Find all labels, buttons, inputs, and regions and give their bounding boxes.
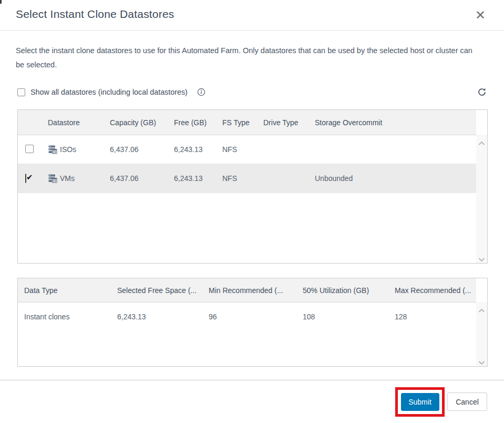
capacity-cell: 6,437.06 [110,145,174,154]
col-header-selected-free-space: Selected Free Space (... [111,286,202,295]
show-all-datastores-label[interactable]: Show all datastores (including local dat… [30,88,188,96]
capacity-cell: 6,437.06 [110,174,174,183]
col-header-free: Free (GB) [174,118,222,127]
vertical-scrollbar[interactable] [476,302,487,366]
fs-type-cell: NFS [222,174,263,183]
red-highlight-annotation: Submit [395,387,445,417]
show-all-datastores-checkbox[interactable] [17,88,25,96]
datastore-name-cell: ISOs [48,145,110,154]
col-header-drive-type: Drive Type [263,118,315,127]
recommendation-table-header: Data Type Selected Free Space (... Min R… [18,278,487,303]
header-scrollbar-gap [476,110,487,135]
vertical-scrollbar[interactable] [476,135,487,263]
data-type-cell: Instant clones [18,313,111,321]
scroll-up-icon[interactable] [478,138,485,143]
free-cell: 6,243.13 [174,145,222,154]
submit-button[interactable]: Submit [401,393,439,411]
max-recommended-cell: 128 [388,313,487,321]
datastore-name: VMs [60,174,75,183]
col-header-storage-overcommit: Storage Overcommit [315,118,487,127]
recommendation-table: Data Type Selected Free Space (... Min R… [17,278,488,367]
col-header-50-utilization: 50% Utilization (GB) [296,286,388,295]
col-header-datastore: Datastore [48,118,110,127]
refresh-icon[interactable] [477,87,487,97]
dialog-description: Select the instant clone datastores to u… [16,44,482,72]
free-cell: 6,243.13 [174,174,222,183]
controls-row: Show all datastores (including local dat… [0,84,504,100]
datastore-icon [48,145,57,154]
dialog-titlebar: Select Instant Clone Datastores ✕ [0,0,504,31]
datastore-name: ISOs [60,145,76,154]
datastore-icon [48,174,57,183]
min-recommended-cell: 96 [202,313,296,321]
col-header-min-recommended: Min Recommended (... [202,286,296,295]
footer-divider [0,380,504,380]
scroll-down-icon[interactable] [478,358,485,362]
col-header-max-recommended: Max Recommended (... [388,286,487,295]
storage-overcommit-cell: Unbounded [315,174,487,183]
col-header-data-type: Data Type [18,286,111,295]
row-checkbox[interactable]: ✔ [25,174,26,183]
cancel-button[interactable]: Cancel [447,392,487,411]
selected-free-space-cell: 6,243.13 [111,313,202,321]
datastore-name-cell: VMs [48,174,110,183]
table-row[interactable]: ✔ VMs 6,437.06 6,243.13 NFS [18,164,487,193]
col-header-fs-type: FS Type [222,118,263,127]
datastore-table-header: Datastore Capacity (GB) Free (GB) FS Typ… [18,110,487,135]
utilization-50-cell: 108 [296,313,388,321]
scroll-up-icon[interactable] [478,306,485,310]
scroll-down-icon[interactable] [478,255,485,259]
col-header-capacity: Capacity (GB) [110,118,174,127]
row-checkbox[interactable] [25,145,34,153]
table-row[interactable]: ISOs 6,437.06 6,243.13 NFS [18,135,487,164]
datastore-table: Datastore Capacity (GB) Free (GB) FS Typ… [17,109,488,264]
close-icon[interactable]: ✕ [474,8,487,23]
dialog-title: Select Instant Clone Datastores [16,8,174,21]
table-row: Instant clones 6,243.13 96 108 128 [18,303,487,331]
header-scrollbar-gap [476,278,487,302]
fs-type-cell: NFS [222,145,263,154]
info-icon[interactable] [197,88,205,96]
checkmark: ✔ [26,173,33,182]
window-edge-artifact [0,0,2,4]
